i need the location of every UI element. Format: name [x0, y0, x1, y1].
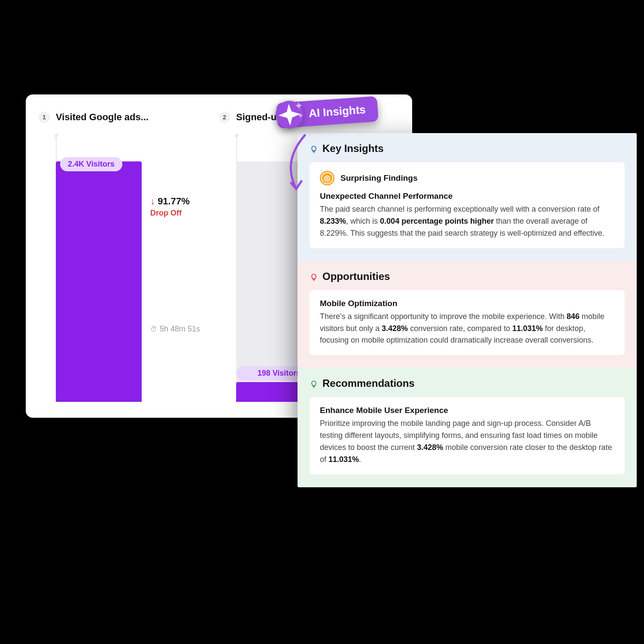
key-insights-title: Key Insights	[322, 143, 384, 155]
dropoff-label: Drop Off	[150, 209, 190, 218]
key-insights-section: Key Insights ◎ Surprising Findings Unexp…	[298, 133, 637, 261]
ai-insights-panel: Key Insights ◎ Surprising Findings Unexp…	[298, 133, 637, 487]
time-to-convert: 5h 48m 51s	[150, 325, 200, 334]
step-title-2: Signed-u	[236, 112, 276, 123]
funnel-bar-1	[56, 161, 142, 402]
opportunities-section: Opportunities Mobile Optimization There'…	[298, 261, 637, 368]
recommendation-card: Enhance Mobile User Experience Prioritiz…	[310, 397, 625, 474]
target-icon: ◎	[320, 171, 334, 185]
dropoff-percent: 91.77%	[150, 196, 190, 207]
opp-body: There's a significant opportunity to imp…	[320, 311, 614, 347]
step-number-2: 2	[219, 112, 230, 123]
opportunities-title: Opportunities	[322, 270, 390, 283]
step-title-1: Visited Google ads...	[56, 112, 149, 123]
ai-insights-label: AI Insights	[308, 103, 366, 120]
key-body: The paid search channel is performing ex…	[320, 204, 614, 240]
key-insights-card: ◎ Surprising Findings Unexpected Channel…	[310, 162, 625, 248]
funnel-step-1: 1 Visited Google ads... 2.4K Visitors 91…	[39, 112, 219, 418]
lightbulb-icon	[310, 379, 318, 388]
opp-subhead: Mobile Optimization	[320, 299, 614, 308]
recommendations-title: Recommendations	[322, 377, 415, 389]
dropoff-stat: 91.77% Drop Off	[150, 196, 190, 218]
lightbulb-icon	[310, 144, 318, 153]
visitor-pill-1: 2.4K Visitors	[60, 157, 122, 171]
opportunity-card: Mobile Optimization There's a significan…	[310, 290, 625, 355]
key-subhead: Unexpected Channel Performance	[320, 191, 614, 201]
surprising-findings-heading: Surprising Findings	[340, 173, 417, 183]
step-number-1: 1	[39, 112, 50, 123]
star-icon	[273, 98, 307, 132]
recommendations-section: Recommendations Enhance Mobile User Expe…	[298, 368, 637, 487]
lightbulb-icon	[310, 272, 318, 281]
rec-body: Prioritize improving the mobile landing …	[320, 418, 614, 466]
time-value: 5h 48m 51s	[160, 325, 200, 334]
rec-subhead: Enhance Mobile User Experience	[320, 406, 614, 415]
